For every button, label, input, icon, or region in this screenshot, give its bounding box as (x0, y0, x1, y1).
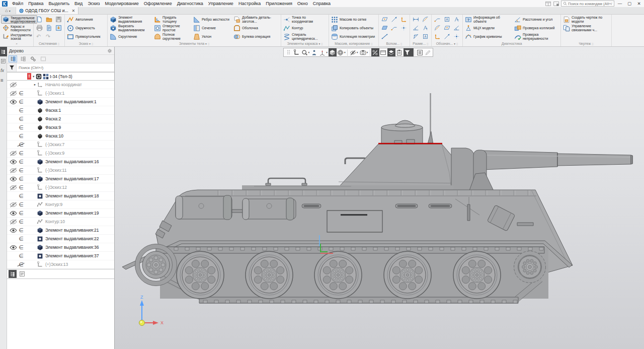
axis-icon[interactable] (444, 33, 450, 40)
vp-clipboard[interactable] (395, 48, 404, 56)
ribbon-btn[interactable]: Копировать объекты (330, 24, 377, 32)
tree-tool-gears-pair[interactable] (29, 55, 37, 62)
eye-hidden-icon[interactable] (10, 151, 17, 156)
vp-cube[interactable] (329, 48, 337, 56)
eye-icon[interactable] (10, 159, 17, 165)
point-icon[interactable] (453, 33, 460, 40)
undo-gray[interactable]: ↶ (36, 33, 43, 40)
eye-hidden-icon[interactable] (10, 168, 17, 173)
strip-params-panel[interactable] (0, 56, 7, 66)
eye-hidden-icon[interactable] (10, 185, 17, 190)
ribbon-btn[interactable]: МЦХ модели (464, 24, 513, 32)
grip[interactable] (284, 48, 292, 56)
ribbon-btn[interactable]: Создать чертеж по модели (562, 15, 610, 24)
cs-icon[interactable] (400, 16, 407, 23)
ribbon-btn[interactable]: Расстояние и угол (513, 15, 559, 24)
tree-item[interactable]: ∈Элемент выдавливания:16 (7, 158, 114, 166)
tree-item[interactable]: ∈(-)Эскиз:1 (7, 89, 114, 98)
vp-window[interactable] (379, 48, 387, 56)
menu-item-0[interactable]: Файл (10, 1, 26, 6)
menu-item-1[interactable]: Правка (26, 1, 46, 6)
eye-hidden-icon[interactable] (10, 91, 17, 96)
menu-item-7[interactable]: Диагностика (175, 1, 206, 6)
ribbon-btn[interactable]: Вырезать выдавливанием (109, 24, 153, 32)
tree-tool-tree-struct[interactable] (9, 55, 17, 62)
rough-icon[interactable] (422, 25, 429, 31)
ribbon-btn[interactable]: Скругление (109, 32, 153, 41)
menu-item-6[interactable]: Оформление (141, 1, 175, 6)
minimize-button[interactable]: — (616, 1, 624, 6)
menu-item-3[interactable]: Вид (72, 1, 85, 6)
menu-item-4[interactable]: Эскиз (85, 1, 102, 6)
ribbon-group-label[interactable]: Элементы тела▾▯ (109, 41, 280, 46)
tree-item[interactable]: ∈Элемент выдавливания:21 (7, 226, 114, 235)
ribbon-btn[interactable]: Окружность (66, 24, 106, 32)
tree-item[interactable]: ∈(-)Эскиз:11 (7, 166, 114, 175)
vp-percent[interactable] (371, 48, 379, 56)
ribbon-btn[interactable]: Уклон (192, 32, 232, 41)
ribbon-btn[interactable]: График кривизны (464, 32, 513, 41)
doc-new[interactable] (36, 16, 43, 23)
vp-sphere[interactable]: ▾ (337, 48, 347, 56)
chevron-right-icon[interactable]: ▸ (25, 83, 37, 87)
axis-icon[interactable] (391, 16, 397, 23)
vp-zoom[interactable]: ▾ (300, 48, 310, 56)
ribbon-btn[interactable]: Придать толщину (153, 15, 192, 24)
tree-item[interactable]: ∈Элемент выдавливания:36 (7, 243, 114, 252)
filter-funnel-icon[interactable] (7, 63, 17, 72)
tree-item[interactable]: ∈(-)Эскиз:12 (7, 183, 114, 192)
chevron-down-icon[interactable]: ▾ (32, 75, 35, 79)
rough-icon[interactable] (453, 16, 460, 23)
vp-funnel[interactable]: ▾ (404, 48, 414, 56)
save-gray[interactable] (55, 16, 62, 23)
leader-icon[interactable] (391, 25, 397, 31)
tree-item[interactable]: ∈(+)Эскиз:13 (7, 260, 114, 269)
tree-item[interactable]: ∈Элемент выдавливания:17 (7, 175, 114, 183)
tree-item[interactable]: ∈Элемент выдавливания:18 (7, 192, 114, 200)
doc-blue[interactable] (46, 25, 52, 31)
document-tab[interactable]: ОДОД ГБОУ СОШ и... ✕ (16, 7, 78, 14)
ribbon-btn[interactable]: Элемент выдавливания (109, 15, 153, 24)
ribbon-mode-2[interactable]: Инструменты эскиза (1, 32, 33, 41)
ribbon-btn[interactable]: Контур (282, 24, 328, 32)
ribbon-btn[interactable]: Прямоугольник (66, 32, 106, 41)
dim-lin2[interactable] (413, 33, 419, 40)
tree-item[interactable]: ∈Элемент выдавливания:1 (7, 98, 114, 106)
export[interactable] (55, 25, 62, 31)
strip-fx-panel[interactable]: fx (0, 66, 7, 76)
plane-icon[interactable] (444, 25, 450, 31)
ribbon-mode-1[interactable]: Каркас и поверхности (1, 24, 32, 32)
ribbon-btn[interactable]: Коллекция геометрии (330, 32, 377, 41)
tree-item[interactable]: ∈Фаска:10 (7, 132, 114, 141)
tree-tab-composition[interactable] (18, 270, 26, 278)
ribbon-btn[interactable]: Проверка коллизий (513, 24, 559, 32)
tree-item[interactable]: ∈Контур:9 (7, 200, 114, 209)
tree-item[interactable]: ∈Фаска:9 (7, 123, 114, 132)
ribbon-btn[interactable]: Проверка непрерывности (513, 32, 559, 41)
tree-item[interactable]: ∈(-)Эскиз:7 (7, 141, 114, 149)
tree-tab-structure[interactable] (9, 270, 17, 278)
tree-tool-dashed-rect[interactable] (39, 55, 47, 62)
eye-hidden-icon[interactable] (10, 219, 17, 225)
dim-rad[interactable] (422, 16, 429, 23)
ribbon-btn[interactable]: Точка по координатам (282, 15, 328, 24)
ribbon-btn[interactable]: Массив по сетке (330, 15, 377, 24)
vp-person[interactable] (310, 48, 318, 56)
ribbon-btn[interactable]: Оболочка (232, 24, 280, 32)
menu-item-9[interactable]: Настройка (236, 1, 263, 6)
vp-triad[interactable]: ▾ (318, 48, 329, 56)
tree-item[interactable]: ▸Начало координат (7, 81, 114, 89)
tree-search-input[interactable] (17, 63, 114, 72)
eye-icon[interactable] (10, 228, 17, 233)
ribbon-mode-collapse[interactable]: ≈ (1, 41, 32, 46)
ribbon-btn[interactable]: Добавить деталь-заготов... (232, 15, 280, 24)
close-button[interactable]: ✕ (635, 1, 643, 6)
gear-icon[interactable] (107, 48, 112, 53)
ribbon-mode-0[interactable]: Твердотельное моделирование (1, 15, 37, 24)
ribbon-btn[interactable]: Булева операция (232, 32, 280, 41)
menu-item-12[interactable]: Справка (310, 1, 333, 6)
ribbon-btn[interactable]: ?Информация об объекте (464, 15, 513, 24)
ribbon-group-label[interactable]: Обознач...▾▯ (433, 41, 461, 46)
vp-sketch[interactable] (292, 48, 300, 56)
tree-root-item[interactable]: !▾t-34 (Тел-3) (7, 72, 114, 81)
